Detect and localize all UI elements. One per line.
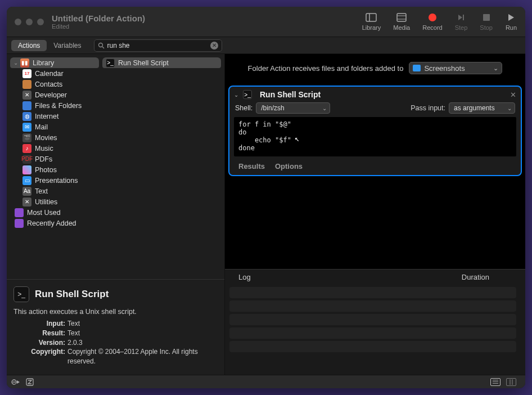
- terminal-icon: >_: [243, 90, 252, 99]
- passinput-label: Pass input:: [411, 104, 445, 112]
- library-item-label: Most Used: [27, 209, 61, 217]
- zoom-window-button[interactable]: [37, 19, 44, 25]
- photos-icon: [22, 165, 31, 174]
- library-item-calendar[interactable]: 17Calendar: [10, 68, 99, 79]
- record-toolbar-button[interactable]: Record: [422, 12, 442, 31]
- shell-select[interactable]: /bin/zsh: [256, 102, 330, 114]
- disclosure-triangle-icon[interactable]: ⌄: [234, 92, 238, 98]
- utilities-icon: ✕: [22, 198, 31, 207]
- library-item-pdfs[interactable]: PDFPDFs: [10, 154, 99, 164]
- step-icon: [455, 12, 467, 23]
- passinput-select[interactable]: as arguments: [449, 102, 515, 114]
- details-version-label: Version:: [13, 338, 67, 348]
- list-view-button[interactable]: [490, 378, 501, 386]
- pdf-icon: PDF: [22, 155, 31, 164]
- action-title: Run Shell Script: [260, 90, 321, 99]
- workflow-action-run-shell-script[interactable]: ⌄ >_ Run Shell Script ✕ Shell: /bin/zsh …: [228, 86, 522, 176]
- window-controls[interactable]: [15, 19, 44, 25]
- library-item-label: Presentations: [35, 177, 78, 185]
- globe-icon: ◍: [22, 112, 31, 121]
- log-column-header: Log: [238, 273, 251, 281]
- library-icon: [365, 12, 377, 23]
- library-item-files[interactable]: Files & Folders: [10, 100, 99, 111]
- passinput-select-value: as arguments: [454, 104, 495, 112]
- stop-toolbar-button[interactable]: Stop: [480, 12, 493, 31]
- library-item-label: Calendar: [35, 70, 64, 78]
- folder-icon: [22, 101, 31, 110]
- shell-label: Shell:: [235, 104, 253, 112]
- action-result-label: Run Shell Script: [118, 59, 169, 67]
- library-item-label: Text: [35, 187, 48, 195]
- log-pane: Log Duration: [225, 269, 525, 375]
- action-result-run-shell-script[interactable]: >_ Run Shell Script: [102, 57, 221, 68]
- step-toolbar-label: Step: [455, 24, 468, 31]
- library-toolbar-label: Library: [362, 24, 381, 31]
- svg-marker-13: [17, 380, 20, 384]
- contacts-icon: [22, 80, 31, 89]
- library-root[interactable]: ⌄ ▮▮ Library: [10, 57, 99, 68]
- folder-select[interactable]: Screenshots: [409, 62, 502, 74]
- actions-segment-button[interactable]: Actions: [11, 40, 47, 51]
- library-item-developer[interactable]: ✕Developer: [10, 89, 99, 100]
- library-item-label: Utilities: [35, 198, 57, 206]
- log-row: [229, 300, 516, 312]
- variables-segment-button[interactable]: Variables: [47, 40, 88, 51]
- clear-search-button[interactable]: ✕: [210, 42, 218, 50]
- media-toolbar-label: Media: [393, 24, 410, 31]
- run-toolbar-button[interactable]: Run: [505, 12, 517, 31]
- minimize-window-button[interactable]: [26, 19, 33, 25]
- media-toolbar-button[interactable]: Media: [393, 12, 410, 31]
- actions-column[interactable]: >_ Run Shell Script: [102, 57, 221, 276]
- library-item-most-used[interactable]: Most Used: [10, 207, 99, 218]
- stop-icon: [480, 12, 493, 23]
- library-item-contacts[interactable]: Contacts: [10, 79, 99, 89]
- library-item-presentations[interactable]: ▭Presentations: [10, 175, 99, 186]
- record-toolbar-label: Record: [422, 24, 442, 31]
- library-icon: ▮▮: [20, 59, 29, 68]
- script-editor[interactable]: for f in "$@" do echo "$f" done↖: [234, 117, 516, 156]
- svg-line-10: [102, 47, 104, 48]
- library-column[interactable]: ⌄ ▮▮ Library 17Calendar Contacts ✕Develo…: [10, 57, 99, 276]
- window-subtitle: Edited: [52, 23, 145, 30]
- search-input[interactable]: [107, 42, 210, 50]
- svg-rect-7: [483, 14, 490, 21]
- smart-folder-icon: [15, 219, 24, 228]
- details-copyright-label: Copyright:: [13, 347, 67, 366]
- details-input-label: Input:: [13, 319, 67, 329]
- library-item-mail[interactable]: ✉Mail: [10, 122, 99, 132]
- shell-select-value: /bin/zsh: [261, 104, 284, 112]
- library-toolbar-button[interactable]: Library: [362, 12, 381, 31]
- step-toolbar-button[interactable]: Step: [455, 12, 468, 31]
- library-item-movies[interactable]: 🎬Movies: [10, 132, 99, 143]
- results-tab[interactable]: Results: [238, 162, 265, 170]
- library-item-label: Developer: [35, 91, 67, 99]
- library-item-label: Recently Added: [27, 219, 76, 227]
- close-window-button[interactable]: [15, 19, 21, 25]
- library-item-recently-added[interactable]: Recently Added: [10, 218, 99, 228]
- folder-select-value: Screenshots: [424, 64, 465, 73]
- details-result-label: Result:: [13, 329, 67, 338]
- flow-status-icon[interactable]: [26, 378, 34, 386]
- library-item-music[interactable]: ♪Music: [10, 143, 99, 154]
- search-icon: [98, 42, 105, 49]
- terminal-icon: >_: [13, 286, 29, 302]
- library-item-text[interactable]: AaText: [10, 186, 99, 196]
- details-description: This action executes a Unix shell script…: [13, 308, 218, 316]
- sync-status-icon[interactable]: [11, 378, 20, 386]
- search-field[interactable]: ✕: [94, 39, 222, 52]
- library-item-label: Movies: [35, 134, 57, 142]
- svg-rect-2: [397, 14, 406, 21]
- receives-text: Folder Action receives files and folders…: [248, 64, 404, 73]
- disclosure-triangle-icon[interactable]: ⌄: [13, 60, 19, 66]
- remove-action-button[interactable]: ✕: [510, 91, 516, 99]
- library-item-photos[interactable]: Photos: [10, 164, 99, 175]
- log-row: [229, 327, 516, 339]
- smart-folder-icon: [15, 208, 24, 217]
- library-item-label: PDFs: [35, 155, 52, 163]
- options-tab[interactable]: Options: [275, 162, 303, 170]
- details-copyright-value: Copyright © 2004–2012 Apple Inc. All rig…: [67, 347, 218, 366]
- library-item-utilities[interactable]: ✕Utilities: [10, 196, 99, 207]
- column-view-button[interactable]: [506, 378, 516, 386]
- library-item-internet[interactable]: ◍Internet: [10, 111, 99, 122]
- log-row: [229, 341, 516, 352]
